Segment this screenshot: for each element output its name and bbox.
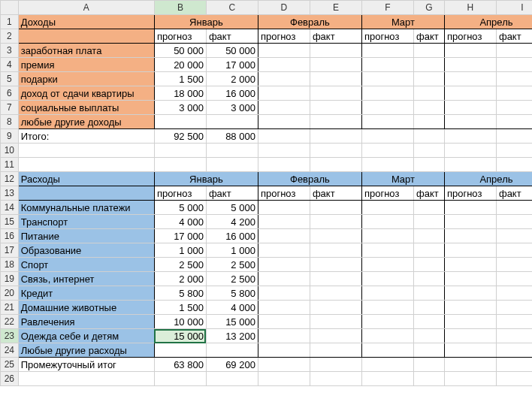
grid[interactable]: A B C D E F G H I 1 Доходы Январь Феврал… bbox=[0, 0, 532, 386]
cell[interactable]: 1 000 bbox=[154, 243, 206, 258]
cell[interactable] bbox=[413, 158, 444, 172]
cell[interactable] bbox=[206, 115, 258, 129]
subhead-fact[interactable]: факт bbox=[413, 29, 444, 44]
cell[interactable] bbox=[258, 258, 310, 272]
expense-item[interactable]: Образование bbox=[18, 243, 154, 258]
cell[interactable] bbox=[206, 343, 258, 358]
cell[interactable] bbox=[361, 144, 413, 158]
cell[interactable] bbox=[258, 101, 310, 115]
row-8[interactable]: 8 любые другие доходы bbox=[1, 115, 533, 129]
cell[interactable] bbox=[361, 215, 413, 229]
row-header[interactable]: 16 bbox=[1, 229, 19, 243]
subhead-forecast[interactable]: прогноз bbox=[258, 186, 310, 201]
row-6[interactable]: 6 доход от сдачи квартиры 18 000 16 000 bbox=[1, 86, 533, 101]
row-header[interactable]: 19 bbox=[1, 272, 19, 286]
cell[interactable] bbox=[154, 115, 206, 129]
expenses-subtotal-fact[interactable]: 69 200 bbox=[206, 358, 258, 372]
cell[interactable]: 4 000 bbox=[206, 301, 258, 315]
cell[interactable]: 4 000 bbox=[154, 215, 206, 229]
cell[interactable] bbox=[310, 272, 361, 286]
cell[interactable]: 13 200 bbox=[206, 329, 258, 343]
cell[interactable] bbox=[258, 272, 310, 286]
cell[interactable] bbox=[258, 329, 310, 343]
subhead-fact[interactable]: факт bbox=[206, 186, 258, 201]
cell[interactable] bbox=[18, 29, 154, 44]
cell[interactable] bbox=[444, 201, 496, 215]
cell[interactable] bbox=[413, 72, 444, 86]
income-month-feb[interactable]: Февраль bbox=[258, 15, 361, 29]
cell[interactable] bbox=[18, 186, 154, 201]
cell[interactable] bbox=[258, 301, 310, 315]
expenses-month-apr[interactable]: Апрель bbox=[444, 172, 532, 186]
cell[interactable] bbox=[310, 229, 361, 243]
cell[interactable]: 5 800 bbox=[206, 286, 258, 301]
cell[interactable] bbox=[258, 144, 310, 158]
cell[interactable]: 2 000 bbox=[206, 72, 258, 86]
cell[interactable] bbox=[258, 158, 310, 172]
row-11[interactable]: 11 bbox=[1, 158, 533, 172]
cell[interactable] bbox=[444, 243, 496, 258]
expense-item[interactable]: Одежда себе и детям bbox=[18, 329, 154, 343]
row-2[interactable]: 2 прогноз факт прогноз факт прогноз факт… bbox=[1, 29, 533, 44]
cell[interactable] bbox=[18, 144, 154, 158]
cell[interactable] bbox=[154, 343, 206, 358]
row-header[interactable]: 22 bbox=[1, 315, 19, 329]
cell[interactable] bbox=[361, 343, 413, 358]
column-header-row[interactable]: A B C D E F G H I bbox=[1, 1, 533, 15]
row-header[interactable]: 26 bbox=[1, 372, 19, 386]
cell[interactable] bbox=[258, 315, 310, 329]
cell[interactable] bbox=[444, 115, 496, 129]
subhead-forecast[interactable]: прогноз bbox=[258, 29, 310, 44]
cell[interactable] bbox=[413, 372, 444, 386]
cell[interactable] bbox=[310, 315, 361, 329]
cell[interactable]: 50 000 bbox=[154, 44, 206, 58]
income-month-jan[interactable]: Январь bbox=[154, 15, 258, 29]
expenses-month-jan[interactable]: Январь bbox=[154, 172, 258, 186]
cell[interactable] bbox=[496, 158, 532, 172]
cell[interactable] bbox=[154, 372, 206, 386]
cell[interactable] bbox=[18, 372, 154, 386]
cell[interactable] bbox=[258, 129, 310, 144]
cell[interactable] bbox=[361, 158, 413, 172]
row-header[interactable]: 2 bbox=[1, 29, 19, 44]
cell[interactable] bbox=[496, 72, 532, 86]
income-total-forecast[interactable]: 92 500 bbox=[154, 129, 206, 144]
cell[interactable] bbox=[361, 101, 413, 115]
cell[interactable] bbox=[496, 358, 532, 372]
cell[interactable]: 20 000 bbox=[154, 58, 206, 72]
cell[interactable] bbox=[444, 58, 496, 72]
expense-item[interactable]: Любые другие расходы bbox=[18, 343, 154, 358]
row-header[interactable]: 3 bbox=[1, 44, 19, 58]
income-total-label[interactable]: Итого: bbox=[18, 129, 154, 144]
cell[interactable] bbox=[206, 158, 258, 172]
cell[interactable] bbox=[310, 201, 361, 215]
cell[interactable] bbox=[258, 201, 310, 215]
cell[interactable] bbox=[310, 301, 361, 315]
expense-item[interactable]: Равлечения bbox=[18, 315, 154, 329]
row-7[interactable]: 7 социальные выплаты 3 000 3 000 bbox=[1, 101, 533, 115]
cell[interactable] bbox=[496, 272, 532, 286]
row-9[interactable]: 9 Итого: 92 500 88 000 bbox=[1, 129, 533, 144]
cell[interactable] bbox=[361, 358, 413, 372]
cell[interactable] bbox=[413, 229, 444, 243]
cell[interactable] bbox=[18, 158, 154, 172]
cell[interactable] bbox=[310, 158, 361, 172]
subhead-forecast[interactable]: прогноз bbox=[154, 29, 206, 44]
income-item[interactable]: подарки bbox=[18, 72, 154, 86]
cell[interactable] bbox=[258, 86, 310, 101]
selected-cell[interactable]: 15 000 bbox=[154, 329, 206, 343]
col-header-E[interactable]: E bbox=[310, 1, 361, 15]
cell[interactable] bbox=[444, 329, 496, 343]
expense-item[interactable]: Питание bbox=[18, 229, 154, 243]
cell[interactable] bbox=[361, 301, 413, 315]
income-item[interactable]: заработная плата bbox=[18, 44, 154, 58]
cell[interactable] bbox=[413, 201, 444, 215]
row-13[interactable]: 13 прогноз факт прогноз факт прогноз фак… bbox=[1, 186, 533, 201]
income-title[interactable]: Доходы bbox=[18, 15, 154, 29]
cell[interactable]: 3 000 bbox=[154, 101, 206, 115]
subhead-forecast[interactable]: прогноз bbox=[444, 29, 496, 44]
subhead-fact[interactable]: факт bbox=[310, 29, 361, 44]
row-header[interactable]: 25 bbox=[1, 358, 19, 372]
row-14[interactable]: 14 Коммунальные платежи 5 000 5 000 bbox=[1, 201, 533, 215]
expenses-subtotal-label[interactable]: Промежуточный итог bbox=[18, 358, 154, 372]
